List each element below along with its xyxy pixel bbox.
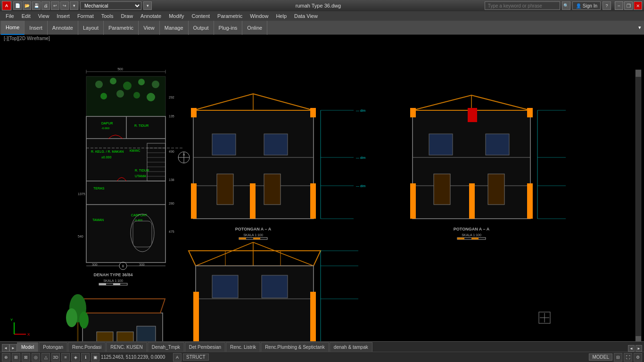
tab-renc-listrik[interactable]: Renc. Listrik — [226, 342, 260, 352]
tab-scroll-end[interactable]: ◄ — [628, 345, 635, 352]
svg-rect-70 — [117, 332, 133, 341]
quick-props-icon[interactable]: ℹ — [81, 353, 90, 362]
svg-point-10 — [147, 93, 155, 101]
menu-edit[interactable]: Edit — [18, 11, 34, 21]
menu-annotate[interactable]: Annotate — [137, 11, 165, 21]
sign-in-button[interactable]: 👤 Sign In — [572, 1, 601, 10]
svg-text:±0.000: ±0.000 — [101, 156, 111, 159]
3d-icon[interactable]: 3D — [51, 353, 60, 362]
menu-tools[interactable]: Tools — [98, 11, 117, 21]
tab-scroll-right[interactable]: ► — [9, 344, 17, 352]
menu-window[interactable]: Window — [246, 11, 272, 21]
undo-icon[interactable]: ↩ — [51, 1, 59, 10]
tab-output[interactable]: Output — [189, 21, 214, 35]
svg-point-5 — [138, 79, 145, 85]
minimize-button[interactable]: − — [615, 1, 623, 10]
workspace-dropdown-icon[interactable]: ▾ — [143, 1, 152, 10]
svg-rect-112 — [410, 108, 416, 117]
restore-button[interactable]: ❐ — [624, 1, 633, 10]
svg-rect-116 — [468, 108, 477, 122]
svg-rect-88 — [264, 134, 288, 155]
svg-rect-127 — [457, 238, 464, 239]
tab-insert[interactable]: Insert — [25, 21, 48, 35]
menu-content[interactable]: Content — [188, 11, 214, 21]
ribbon: Home Insert Annotate Layout Parametric V… — [0, 21, 644, 35]
open-icon[interactable]: 📂 — [23, 1, 31, 10]
menu-view[interactable]: View — [34, 11, 53, 21]
tab-manage[interactable]: Manage — [160, 21, 189, 35]
grid-icon[interactable]: ⊞ — [12, 353, 20, 362]
app-icon-label: A — [5, 3, 8, 8]
transparency-icon[interactable]: ◈ — [71, 353, 80, 362]
svg-text:292: 292 — [169, 96, 174, 99]
tab-denah-tampak[interactable]: denah & tampak — [330, 342, 372, 352]
tab-det-pembesian[interactable]: Det Pembesian — [185, 342, 225, 352]
svg-rect-89 — [217, 174, 233, 205]
menu-parametric[interactable]: Parametric — [214, 11, 246, 21]
tab-potongan[interactable]: Potongan — [39, 342, 67, 352]
svg-text:TAMAN: TAMAN — [92, 218, 104, 222]
keyword-search-input[interactable] — [485, 1, 560, 10]
svg-rect-90 — [264, 174, 281, 205]
close-button[interactable]: ✕ — [634, 1, 642, 10]
tab-scroll-end2[interactable]: ► — [636, 345, 642, 352]
svg-rect-118 — [488, 174, 504, 205]
new-icon[interactable]: 📄 — [13, 1, 22, 10]
app-icon[interactable]: A — [2, 1, 11, 10]
viewport-icon[interactable]: ⊟ — [614, 353, 622, 362]
search-icon[interactable]: 🔍 — [562, 1, 570, 10]
info-icon[interactable]: ? — [603, 1, 611, 10]
snap-icon[interactable]: ⊕ — [2, 353, 10, 362]
fullscreen-icon[interactable]: ⛶ — [624, 353, 632, 362]
osnap-icon[interactable]: △ — [41, 353, 50, 362]
svg-rect-103 — [253, 238, 260, 239]
tab-view[interactable]: View — [139, 21, 160, 35]
svg-rect-71 — [137, 326, 156, 341]
menu-help[interactable]: Help — [272, 11, 290, 21]
tab-online[interactable]: Online — [242, 21, 267, 35]
annotation-scale-icon[interactable]: A — [173, 353, 182, 362]
menu-modify[interactable]: Modify — [165, 11, 188, 21]
tab-scroll-left[interactable]: ◄ — [2, 344, 9, 352]
svg-point-4 — [123, 82, 132, 90]
model-label: MODEL — [589, 354, 612, 361]
save-icon[interactable]: 💾 — [32, 1, 41, 10]
ortho-icon[interactable]: ⊠ — [22, 353, 30, 362]
redo-icon[interactable]: ↪ — [60, 1, 69, 10]
tab-parametric[interactable]: Parametric — [104, 21, 139, 35]
svg-rect-161 — [636, 336, 641, 341]
workspace-select[interactable]: Mechanical — [80, 1, 141, 10]
polar-icon[interactable]: ◎ — [32, 353, 40, 362]
ribbon-extra[interactable]: ▾ — [638, 25, 643, 31]
tab-home[interactable]: Home — [1, 21, 25, 35]
cad-viewport[interactable]: DAPUR -0.060 R. TIDUR R. KELG. / R. MAKA… — [0, 35, 644, 341]
svg-point-9 — [133, 92, 140, 99]
tab-layout[interactable]: Layout — [78, 21, 104, 35]
tab-rencpondasi[interactable]: Renc.Pondasi — [68, 342, 106, 352]
svg-text:POTONGAN A – A: POTONGAN A – A — [235, 227, 272, 231]
print-icon[interactable]: 🖨 — [41, 1, 50, 10]
tab-denah-tmpk[interactable]: Denah_Tmpk — [148, 342, 184, 352]
lineweight-icon[interactable]: ≡ — [61, 353, 70, 362]
tab-plugins[interactable]: Plug-ins — [214, 21, 243, 35]
menu-draw[interactable]: Draw — [117, 11, 137, 21]
svg-rect-137 — [193, 292, 199, 341]
more-icon[interactable]: ▾ — [70, 1, 78, 10]
svg-point-2 — [95, 81, 103, 88]
cad-drawing: DAPUR -0.060 R. TIDUR R. KELG. / R. MAKA… — [0, 35, 644, 341]
svg-rect-111 — [527, 183, 533, 219]
svg-rect-140 — [262, 275, 288, 298]
struct-button[interactable]: STRUCT — [183, 354, 209, 361]
svg-text:A: A — [183, 153, 185, 156]
tab-renc-plumbing[interactable]: Renc.Plumbing & Septictank — [261, 342, 329, 352]
tab-renc-kusen[interactable]: RENC. KUSEN — [106, 342, 147, 352]
tab-model[interactable]: Model — [17, 342, 38, 352]
settings-icon[interactable]: ⚙ — [634, 353, 642, 362]
menu-format[interactable]: Format — [74, 11, 98, 21]
select-icon[interactable]: ▣ — [91, 353, 99, 362]
tab-annotate[interactable]: Annotate — [48, 21, 78, 35]
menu-dataview[interactable]: Data View — [290, 11, 322, 21]
svg-text:KM/WC: KM/WC — [130, 149, 140, 152]
menu-file[interactable]: File — [2, 11, 18, 21]
menu-insert[interactable]: Insert — [53, 11, 74, 21]
